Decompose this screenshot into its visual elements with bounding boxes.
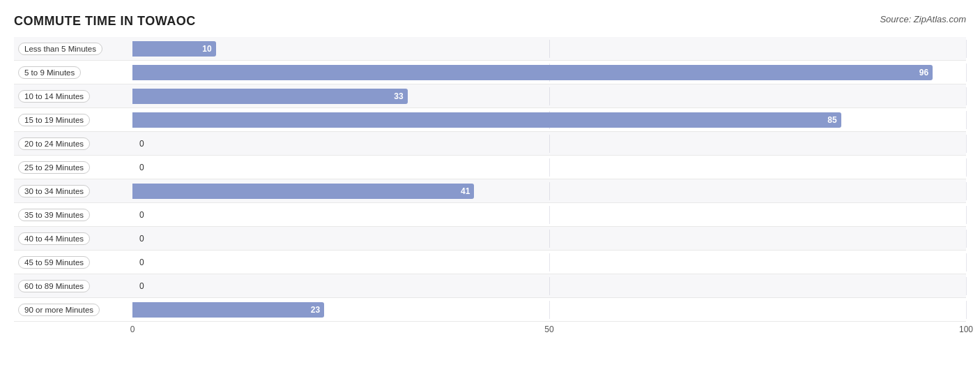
bar-value: 85 — [827, 115, 836, 125]
x-axis-tick: 100 — [959, 325, 973, 334]
bar-label-text: 45 to 59 Minutes — [18, 256, 90, 269]
bar-row: 45 to 59 Minutes0 — [14, 251, 966, 274]
bar-area: 23 — [132, 301, 966, 319]
bar-row: 5 to 9 Minutes96 — [14, 61, 966, 84]
bar-label-text: 10 to 14 Minutes — [18, 90, 90, 103]
bar-row: 60 to 89 Minutes0 — [14, 274, 966, 298]
bar-label-text: 5 to 9 Minutes — [18, 66, 81, 79]
bar-value: 23 — [311, 305, 320, 315]
chart-source: Source: ZipAtlas.com — [880, 14, 966, 24]
bar-area: 96 — [132, 64, 966, 82]
bar-fill: 85 — [132, 112, 841, 128]
bar-value: 0 — [139, 163, 144, 172]
bar-value: 0 — [139, 139, 144, 149]
x-axis-tick: 0 — [130, 325, 135, 334]
chart-header: COMMUTE TIME IN TOWAOC Source: ZipAtlas.… — [14, 14, 966, 29]
bar-row: 15 to 19 Minutes85 — [14, 108, 966, 132]
bar-area: 0 — [132, 253, 966, 271]
bar-value: 0 — [139, 210, 144, 220]
bar-value: 33 — [394, 91, 403, 101]
bar-label-text: 15 to 19 Minutes — [18, 114, 90, 126]
bar-label-text: 40 to 44 Minutes — [18, 232, 90, 245]
bar-label: 45 to 59 Minutes — [14, 256, 132, 269]
bar-row: 20 to 24 Minutes0 — [14, 132, 966, 156]
bar-fill: 96 — [132, 65, 933, 80]
bar-label: 30 to 34 Minutes — [14, 185, 132, 198]
bar-label: 20 to 24 Minutes — [14, 137, 132, 150]
bar-label: 15 to 19 Minutes — [14, 114, 132, 126]
bar-fill: 10 — [132, 41, 216, 57]
chart-body: Less than 5 Minutes105 to 9 Minutes9610 … — [14, 37, 966, 322]
bar-label: 5 to 9 Minutes — [14, 66, 132, 79]
bar-value: 96 — [919, 68, 928, 77]
bar-row: 40 to 44 Minutes0 — [14, 227, 966, 251]
bar-row: 30 to 34 Minutes41 — [14, 179, 966, 203]
bar-label-text: 90 or more Minutes — [18, 304, 100, 316]
bar-label: 60 to 89 Minutes — [14, 280, 132, 292]
bar-row: 35 to 39 Minutes0 — [14, 203, 966, 227]
bar-row: 90 or more Minutes23 — [14, 298, 966, 322]
bar-label: 90 or more Minutes — [14, 304, 132, 316]
bar-label: Less than 5 Minutes — [14, 43, 132, 55]
bar-row: Less than 5 Minutes10 — [14, 37, 966, 61]
bar-label: 10 to 14 Minutes — [14, 90, 132, 103]
bar-value: 0 — [139, 281, 144, 291]
bar-label: 35 to 39 Minutes — [14, 209, 132, 221]
bar-value: 0 — [139, 258, 144, 267]
bar-area: 0 — [132, 135, 966, 153]
bar-area: 0 — [132, 277, 966, 295]
bar-area: 0 — [132, 206, 966, 224]
x-axis: 050100 — [132, 325, 966, 341]
bar-label-text: 20 to 24 Minutes — [18, 137, 90, 150]
bar-row: 25 to 29 Minutes0 — [14, 156, 966, 179]
bar-area: 85 — [132, 111, 966, 129]
bar-area: 10 — [132, 40, 966, 58]
bar-area: 41 — [132, 182, 966, 200]
bar-area: 33 — [132, 87, 966, 105]
bar-area: 0 — [132, 158, 966, 177]
bar-label: 40 to 44 Minutes — [14, 232, 132, 245]
bar-value: 10 — [202, 44, 211, 54]
x-axis-tick: 50 — [544, 325, 553, 334]
bar-value: 0 — [139, 234, 144, 244]
bar-label-text: 35 to 39 Minutes — [18, 209, 90, 221]
bar-fill: 33 — [132, 89, 408, 104]
bar-label: 25 to 29 Minutes — [14, 161, 132, 174]
bar-label-text: Less than 5 Minutes — [18, 43, 102, 55]
bar-row: 10 to 14 Minutes33 — [14, 84, 966, 108]
bar-label-text: 30 to 34 Minutes — [18, 185, 90, 198]
chart-container: COMMUTE TIME IN TOWAOC Source: ZipAtlas.… — [0, 7, 980, 365]
bar-fill: 23 — [132, 302, 324, 318]
bar-label-text: 60 to 89 Minutes — [18, 280, 90, 292]
bar-area: 0 — [132, 230, 966, 248]
bar-label-text: 25 to 29 Minutes — [18, 161, 90, 174]
bar-fill: 41 — [132, 184, 474, 199]
bar-value: 41 — [461, 186, 470, 196]
chart-title: COMMUTE TIME IN TOWAOC — [14, 14, 196, 29]
